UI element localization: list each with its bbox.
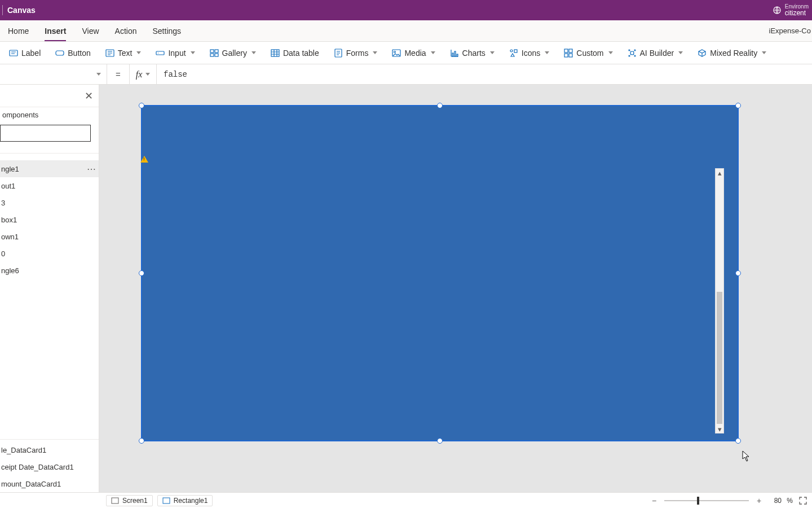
resize-handle-br[interactable]: [735, 438, 741, 444]
equals-label: =: [107, 64, 130, 84]
resize-handle-tl[interactable]: [139, 103, 144, 108]
app-title: Canvas: [7, 6, 36, 15]
close-icon[interactable]: ✕: [85, 91, 93, 101]
more-icon[interactable]: ⋯: [87, 164, 96, 174]
custom-icon: [564, 49, 573, 58]
chevron-down-icon: [431, 51, 435, 54]
insert-custom-button[interactable]: Custom: [562, 46, 615, 60]
property-selector[interactable]: [0, 64, 107, 84]
resize-handle-bl[interactable]: [139, 438, 144, 444]
selected-rectangle[interactable]: [141, 105, 739, 441]
tree-section-title: omponents: [0, 107, 99, 121]
formula-bar: = fx: [0, 64, 812, 85]
chevron-down-icon: [373, 51, 377, 54]
chevron-down-icon: [191, 51, 195, 54]
tree-view-panel: ✕ omponents ngle1 ⋯ out1 3 box1 own1 0 n…: [0, 85, 99, 492]
tree-item[interactable]: le_DataCard1: [0, 441, 99, 458]
aibuilder-icon: [628, 49, 637, 58]
button-icon: [55, 49, 64, 58]
environment-switcher[interactable]: Environm citizent: [773, 3, 810, 17]
tab-action[interactable]: Action: [107, 20, 145, 41]
fit-to-window-button[interactable]: [798, 496, 807, 505]
formula-input[interactable]: [157, 64, 812, 84]
svg-rect-7: [210, 54, 214, 56]
menu-bar: Home Insert View Action Settings iExpens…: [0, 20, 812, 42]
insert-gallery-button[interactable]: Gallery: [208, 46, 258, 60]
zoom-controls: − + 80 %: [650, 496, 807, 505]
tab-home[interactable]: Home: [0, 20, 37, 41]
tab-settings[interactable]: Settings: [145, 20, 189, 41]
tree-item[interactable]: ceipt Date_DataCard1: [0, 458, 99, 475]
breadcrumb-selected[interactable]: Rectangle1: [157, 495, 213, 506]
tree-item[interactable]: out1: [0, 177, 99, 194]
svg-rect-9: [271, 50, 279, 56]
chevron-down-icon: [96, 73, 101, 76]
insert-label-button[interactable]: Label: [7, 46, 43, 60]
svg-rect-8: [215, 54, 218, 56]
chevron-down-icon: [251, 51, 256, 54]
resize-handle-tm[interactable]: [437, 103, 443, 108]
title-bar: Canvas Environm citizent: [0, 0, 812, 20]
datatable-icon: [271, 49, 280, 58]
insert-button-button[interactable]: Button: [53, 46, 92, 60]
insert-icons-button[interactable]: Icons: [507, 46, 551, 60]
design-canvas[interactable]: ▴ ▾: [99, 85, 812, 492]
insert-datatable-button[interactable]: Data table: [268, 46, 321, 60]
resize-handle-ml[interactable]: [139, 270, 144, 276]
svg-rect-14: [454, 51, 456, 56]
zoom-in-button[interactable]: +: [754, 496, 764, 505]
environment-name: citizent: [785, 10, 809, 17]
insert-forms-button[interactable]: Forms: [332, 46, 380, 60]
zoom-out-button[interactable]: −: [650, 496, 659, 505]
resize-handle-mr[interactable]: [735, 270, 741, 276]
scroll-thumb[interactable]: [717, 292, 722, 424]
tree-search[interactable]: [0, 125, 96, 142]
svg-rect-18: [564, 49, 568, 52]
insert-aibuilder-button[interactable]: AI Builder: [625, 46, 686, 60]
tree-item[interactable]: own1: [0, 228, 99, 245]
insert-ribbon: Label Button Text Input Gallery Data tab…: [0, 42, 812, 64]
insert-mixedreality-button[interactable]: Mixed Reality: [695, 46, 769, 60]
resize-handle-tr[interactable]: [735, 103, 741, 108]
environment-label: Environm: [785, 3, 809, 10]
screen-icon: [111, 497, 119, 504]
warning-icon[interactable]: [140, 156, 148, 163]
canvas-scrollbar[interactable]: ▴ ▾: [715, 168, 724, 433]
svg-rect-13: [452, 53, 453, 56]
breadcrumb-screen[interactable]: Screen1: [106, 495, 153, 506]
tree-item[interactable]: 3: [0, 194, 99, 211]
insert-charts-button[interactable]: Charts: [448, 46, 497, 60]
input-icon: [156, 49, 165, 58]
tab-insert[interactable]: Insert: [37, 20, 74, 41]
label-icon: [9, 49, 18, 58]
svg-rect-27: [112, 498, 118, 503]
search-input[interactable]: [0, 125, 91, 142]
tree-item[interactable]: ngle6: [0, 262, 99, 279]
fx-button[interactable]: fx: [130, 64, 157, 84]
chevron-down-icon: [545, 51, 549, 54]
insert-text-button[interactable]: Text: [103, 46, 144, 60]
status-bar: Screen1 Rectangle1 − + 80 %: [0, 492, 812, 508]
svg-point-16: [510, 50, 513, 52]
svg-rect-15: [457, 54, 458, 56]
svg-point-12: [394, 51, 396, 52]
tree-items: ngle1 ⋯ out1 3 box1 own1 0 ngle6: [0, 160, 99, 279]
tree-item[interactable]: 0: [0, 245, 99, 262]
resize-handle-bm[interactable]: [437, 438, 443, 444]
fx-icon: fx: [136, 69, 143, 80]
charts-icon: [450, 49, 459, 58]
scroll-down-icon[interactable]: ▾: [716, 425, 723, 433]
scroll-up-icon[interactable]: ▴: [716, 169, 723, 177]
zoom-slider[interactable]: [664, 500, 749, 501]
svg-point-26: [634, 55, 636, 56]
tree-item[interactable]: ngle1 ⋯: [0, 160, 99, 177]
rectangle-icon: [162, 497, 170, 504]
insert-media-button[interactable]: Media: [390, 46, 437, 60]
title-divider: [2, 5, 3, 15]
tree-item[interactable]: mount_DataCard1: [0, 475, 99, 492]
chevron-down-icon: [490, 51, 495, 54]
insert-input-button[interactable]: Input: [153, 46, 197, 60]
tree-item[interactable]: box1: [0, 211, 99, 228]
tab-view[interactable]: View: [74, 20, 107, 41]
zoom-slider-knob[interactable]: [697, 497, 699, 505]
